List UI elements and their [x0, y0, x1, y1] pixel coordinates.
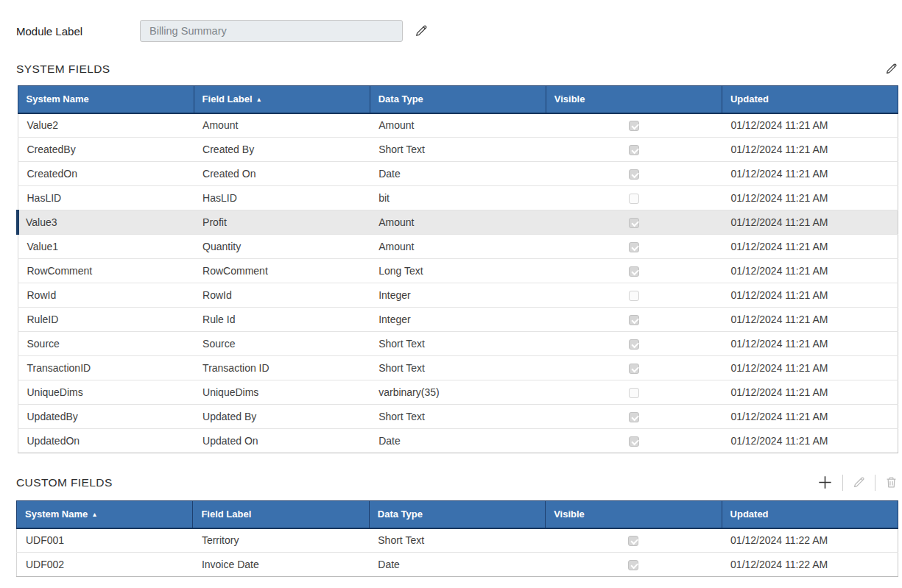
table-row[interactable]: RowComment RowComment Long Text 01/12/20…: [18, 259, 898, 283]
column-header-system-name[interactable]: System Name: [18, 86, 194, 113]
visible-checkbox: [629, 194, 639, 204]
cell-system-name: Value2: [18, 113, 194, 138]
cell-field-label: HasLID: [194, 186, 370, 210]
table-row[interactable]: Value2 Amount Amount 01/12/2024 11:21 AM: [18, 113, 898, 138]
cell-updated: 01/12/2024 11:21 AM: [722, 308, 898, 332]
edit-system-fields-button[interactable]: [884, 62, 898, 76]
cell-field-label: Rule Id: [194, 308, 370, 332]
cell-system-name: UpdatedOn: [18, 429, 194, 453]
cell-data-type: Amount: [370, 113, 546, 138]
table-row[interactable]: UpdatedOn Updated On Date 01/12/2024 11:…: [18, 429, 898, 453]
edit-module-label-button[interactable]: [414, 24, 429, 38]
cell-data-type: Short Text: [370, 332, 546, 356]
column-header-system-name[interactable]: System Name▲: [17, 501, 193, 528]
cell-system-name: RowComment: [18, 259, 194, 283]
cell-updated: 01/12/2024 11:21 AM: [722, 429, 898, 453]
visible-checkbox: [629, 291, 639, 301]
table-row[interactable]: UDF001 Territory Short Text 01/12/2024 1…: [17, 528, 898, 553]
visible-checkbox: [629, 412, 639, 422]
cell-system-name: UpdatedBy: [18, 405, 194, 429]
cell-updated: 01/12/2024 11:21 AM: [722, 113, 898, 138]
table-row[interactable]: UpdatedBy Updated By Short Text 01/12/20…: [18, 405, 898, 429]
plus-icon: [817, 474, 834, 491]
pencil-icon: [884, 62, 898, 76]
system-fields-header-row: System Name Field Label▲ Data Type Visib…: [18, 86, 898, 113]
cell-data-type: Date: [370, 162, 546, 186]
column-header-visible[interactable]: Visible: [546, 501, 722, 528]
cell-visible: [546, 138, 722, 162]
table-row[interactable]: UniqueDims UniqueDims varbinary(35) 01/1…: [18, 380, 898, 405]
cell-data-type: Integer: [370, 283, 546, 308]
cell-data-type: Short Text: [370, 356, 546, 380]
cell-field-label: Updated On: [194, 429, 370, 453]
visible-checkbox: [628, 560, 638, 570]
column-header-updated[interactable]: Updated: [722, 86, 898, 113]
cell-data-type: Short Text: [370, 405, 546, 429]
cell-data-type: Amount: [370, 210, 546, 235]
table-row[interactable]: CreatedOn Created On Date 01/12/2024 11:…: [18, 162, 898, 186]
cell-system-name: Source: [18, 332, 194, 356]
visible-checkbox: [629, 315, 639, 325]
cell-system-name: CreatedBy: [18, 138, 194, 162]
delete-custom-field-button[interactable]: [884, 475, 898, 489]
table-row[interactable]: Source Source Short Text 01/12/2024 11:2…: [18, 332, 898, 356]
cell-data-type: Amount: [370, 235, 546, 259]
visible-checkbox: [629, 242, 639, 252]
cell-system-name: UDF001: [17, 528, 193, 553]
visible-checkbox: [629, 364, 639, 374]
custom-fields-toolbar: [817, 474, 898, 491]
cell-field-label: Created By: [194, 138, 370, 162]
column-header-data-type[interactable]: Data Type: [369, 501, 545, 528]
cell-field-label: Territory: [193, 528, 369, 553]
cell-system-name: RowId: [18, 283, 194, 308]
column-header-field-label[interactable]: Field Label▲: [194, 86, 370, 113]
cell-system-name: UDF002: [17, 553, 193, 577]
cell-data-type: Short Text: [369, 528, 545, 553]
table-row[interactable]: RuleID Rule Id Integer 01/12/2024 11:21 …: [18, 308, 898, 332]
edit-custom-field-button[interactable]: [852, 475, 866, 489]
add-custom-field-button[interactable]: [817, 474, 834, 491]
cell-system-name: UniqueDims: [18, 380, 194, 405]
cell-visible: [546, 113, 722, 138]
cell-visible: [546, 235, 722, 259]
module-label-caption: Module Label: [16, 25, 140, 38]
cell-visible: [546, 429, 722, 453]
cell-field-label: Invoice Date: [193, 553, 369, 577]
cell-data-type: varbinary(35): [370, 380, 546, 405]
cell-visible: [546, 283, 722, 308]
trash-icon: [884, 475, 898, 489]
cell-updated: 01/12/2024 11:21 AM: [722, 380, 898, 405]
table-row[interactable]: UDF002 Invoice Date Date 01/12/2024 11:2…: [17, 553, 898, 577]
system-fields-body: Value2 Amount Amount 01/12/2024 11:21 AM…: [18, 113, 898, 453]
cell-field-label: Amount: [194, 113, 370, 138]
column-header-visible[interactable]: Visible: [546, 86, 722, 113]
visible-checkbox: [629, 388, 639, 398]
cell-visible: [546, 405, 722, 429]
cell-field-label: UniqueDims: [194, 380, 370, 405]
cell-field-label: RowId: [194, 283, 370, 308]
cell-visible: [546, 259, 722, 283]
table-row[interactable]: RowId RowId Integer 01/12/2024 11:21 AM: [18, 283, 898, 308]
column-header-field-label[interactable]: Field Label: [193, 501, 369, 528]
table-row[interactable]: Value3 Profit Amount 01/12/2024 11:21 AM: [18, 210, 898, 235]
cell-system-name: Value1: [18, 235, 194, 259]
table-row[interactable]: HasLID HasLID bit 01/12/2024 11:21 AM: [18, 186, 898, 210]
custom-fields-title: CUSTOM FIELDS: [16, 476, 113, 489]
cell-field-label: Transaction ID: [194, 356, 370, 380]
cell-visible: [546, 162, 722, 186]
cell-field-label: Created On: [194, 162, 370, 186]
cell-updated: 01/12/2024 11:21 AM: [722, 186, 898, 210]
column-header-data-type[interactable]: Data Type: [370, 86, 546, 113]
table-row[interactable]: Value1 Quantity Amount 01/12/2024 11:21 …: [18, 235, 898, 259]
cell-data-type: Integer: [370, 308, 546, 332]
table-row[interactable]: TransactionID Transaction ID Short Text …: [18, 356, 898, 380]
toolbar-divider: [842, 475, 843, 491]
cell-field-label: Source: [194, 332, 370, 356]
cell-updated: 01/12/2024 11:21 AM: [722, 235, 898, 259]
cell-data-type: bit: [370, 186, 546, 210]
table-row[interactable]: CreatedBy Created By Short Text 01/12/20…: [18, 138, 898, 162]
cell-updated: 01/12/2024 11:21 AM: [722, 405, 898, 429]
column-header-updated[interactable]: Updated: [722, 501, 898, 528]
visible-checkbox: [629, 169, 639, 180]
cell-visible: [546, 186, 722, 210]
